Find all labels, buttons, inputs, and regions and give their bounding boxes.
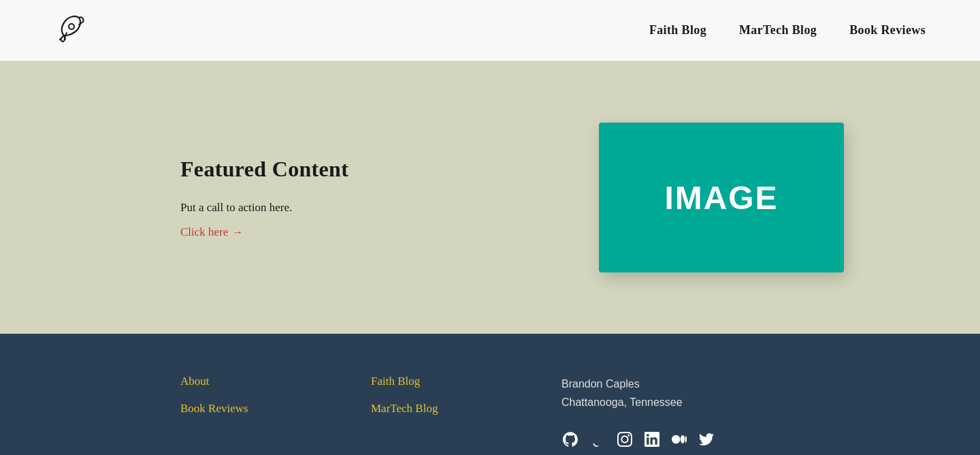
- hero-text-block: Featured Content Put a call to action he…: [180, 157, 453, 239]
- hero-title: Featured Content: [180, 157, 453, 182]
- footer-link-faith-blog[interactable]: Faith Blog: [371, 375, 521, 388]
- footer-link-book-reviews[interactable]: Book Reviews: [180, 402, 330, 415]
- hero-link-arrow: →: [232, 226, 243, 238]
- hero-cta-link[interactable]: Click here →: [180, 225, 243, 239]
- footer-link-martech-blog[interactable]: MarTech Blog: [371, 402, 521, 415]
- goodreads-icon[interactable]: [589, 430, 606, 448]
- footer-social-icons: [561, 430, 715, 448]
- logo-icon[interactable]: [54, 12, 87, 49]
- github-icon[interactable]: [561, 430, 579, 448]
- footer-inner: About Book Reviews Faith Blog MarTech Bl…: [0, 375, 980, 448]
- hero-image: IMAGE: [599, 123, 844, 272]
- nav-book-reviews[interactable]: Book Reviews: [849, 23, 926, 37]
- footer-copyright: © 2022 Brandon Caples: [0, 448, 980, 455]
- nav-martech-blog[interactable]: MarTech Blog: [739, 23, 817, 37]
- svg-point-0: [69, 24, 74, 29]
- twitter-icon[interactable]: [698, 430, 715, 448]
- instagram-icon[interactable]: [616, 430, 634, 448]
- site-footer: About Book Reviews Faith Blog MarTech Bl…: [0, 334, 980, 455]
- footer-col-2: Faith Blog MarTech Blog: [371, 375, 521, 415]
- footer-link-about[interactable]: About: [180, 375, 330, 388]
- footer-col-3: Brandon Caples Chattanooga, Tennessee: [561, 375, 715, 448]
- footer-contact-location: Chattanooga, Tennessee: [561, 393, 715, 411]
- main-nav: Faith Blog MarTech Blog Book Reviews: [649, 23, 926, 37]
- nav-faith-blog[interactable]: Faith Blog: [649, 23, 706, 37]
- hero-link-label: Click here: [180, 225, 228, 239]
- site-header: Faith Blog MarTech Blog Book Reviews: [0, 0, 980, 61]
- medium-icon[interactable]: [670, 430, 688, 448]
- hero-section: Featured Content Put a call to action he…: [0, 61, 980, 334]
- footer-contact: Brandon Caples Chattanooga, Tennessee: [561, 375, 715, 411]
- hero-body: Put a call to action here.: [180, 201, 453, 215]
- linkedin-icon[interactable]: [643, 430, 661, 448]
- hero-image-label: IMAGE: [665, 179, 779, 217]
- footer-contact-name: Brandon Caples: [561, 375, 715, 393]
- footer-col-1: About Book Reviews: [180, 375, 330, 415]
